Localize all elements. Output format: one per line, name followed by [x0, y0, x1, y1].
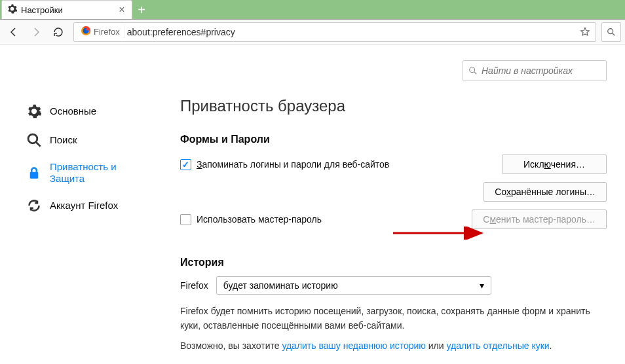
history-mode-value: будет запоминать историю — [223, 280, 338, 291]
tab-title: Настройки — [21, 5, 117, 15]
main-pane: Приватность браузера Формы и Пароли Запо… — [151, 58, 625, 353]
new-tab-button[interactable]: + — [132, 1, 151, 19]
firefox-icon — [81, 26, 91, 38]
page-title: Приватность браузера — [180, 97, 607, 115]
svg-point-4 — [28, 134, 37, 143]
gear-icon — [7, 4, 17, 16]
clear-history-link[interactable]: удалить вашу недавнюю историю — [282, 340, 425, 351]
sidebar-item-label: Поиск — [50, 134, 77, 146]
master-password-label: Использовать мастер-пароль — [197, 214, 322, 225]
history-section-label: История — [180, 257, 607, 268]
history-mode-dropdown[interactable]: будет запоминать историю ▾ — [216, 276, 491, 295]
tab-bar: Настройки × + — [0, 0, 625, 20]
settings-sidebar: Основные Поиск Приватность и Защита Акка… — [0, 58, 151, 353]
search-icon — [26, 132, 42, 148]
settings-search-input[interactable] — [482, 65, 601, 76]
lock-icon — [26, 165, 42, 181]
identity-label: Firefox — [94, 27, 120, 37]
svg-point-2 — [608, 28, 613, 33]
svg-point-3 — [470, 67, 475, 73]
firefox-will-label: Firefox — [180, 280, 208, 291]
forms-section-label: Формы и Пароли — [180, 134, 607, 145]
sidebar-item-search[interactable]: Поиск — [26, 126, 151, 155]
gear-icon — [26, 103, 42, 119]
sidebar-item-account[interactable]: Аккаунт Firefox — [26, 191, 151, 220]
history-description: Firefox будет помнить историю посещений,… — [180, 304, 607, 333]
close-icon[interactable]: × — [117, 5, 126, 14]
sidebar-item-label: Аккаунт Firefox — [50, 200, 118, 211]
clear-cookies-link[interactable]: удалить отдельные куки — [446, 340, 549, 351]
back-button[interactable] — [4, 22, 24, 42]
identity-box[interactable]: Firefox — [77, 26, 124, 38]
checkbox-icon — [180, 214, 191, 225]
master-password-checkbox[interactable]: Использовать мастер-пароль — [180, 214, 322, 225]
svg-rect-5 — [30, 172, 39, 179]
sync-icon — [26, 198, 42, 213]
change-master-button: Сменить мастер-пароль… — [472, 209, 607, 229]
sidebar-item-label: Основные — [50, 105, 96, 117]
saved-logins-button[interactable]: Сохранённые логины… — [483, 182, 607, 202]
sidebar-item-label: Приватность и Защита — [50, 161, 117, 185]
url-text: about:preferences#privacy — [127, 27, 577, 37]
bookmark-star-icon[interactable] — [577, 24, 593, 40]
sidebar-item-general[interactable]: Основные — [26, 97, 151, 126]
chevron-down-icon: ▾ — [480, 280, 484, 291]
settings-search[interactable] — [463, 60, 607, 81]
browser-tab[interactable]: Настройки × — [1, 0, 132, 19]
navigation-toolbar: Firefox about:preferences#privacy — [0, 20, 625, 45]
history-suggestion: Возможно, вы захотите удалить вашу недав… — [180, 338, 607, 353]
forward-button — [26, 22, 46, 42]
url-bar[interactable]: Firefox about:preferences#privacy — [73, 22, 596, 42]
checkbox-icon — [180, 159, 191, 170]
search-button[interactable] — [601, 22, 621, 42]
remember-logins-label: Запоминать логины и пароли для веб-сайто… — [197, 159, 389, 170]
reload-button[interactable] — [48, 22, 68, 42]
remember-logins-checkbox[interactable]: Запоминать логины и пароли для веб-сайто… — [180, 159, 389, 170]
sidebar-item-privacy[interactable]: Приватность и Защита — [26, 155, 151, 191]
exceptions-button[interactable]: Исключения… — [502, 155, 607, 174]
